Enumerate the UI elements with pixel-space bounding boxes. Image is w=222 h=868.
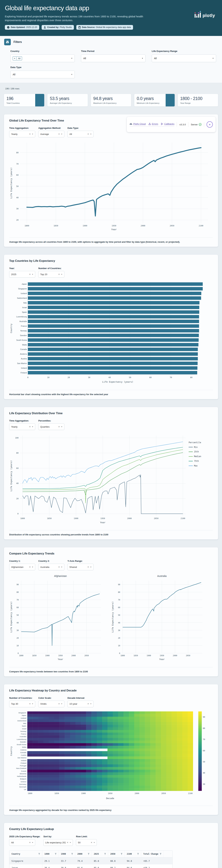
svg-text:2000: 2000 — [135, 792, 139, 795]
card-heatmap: Life Expectancy Heatmap by Country and D… — [4, 684, 218, 815]
trend-dropdown-data-type[interactable]: All✕▼ — [67, 131, 94, 137]
svg-text:2050: 2050 — [186, 654, 190, 656]
stat-card-average-life-expectancy: 53.5 yearsAverage Life Expectancy — [47, 94, 88, 106]
heatmap-dropdown-decade-interval[interactable]: 10-year✕▼ — [67, 701, 94, 707]
column-header-country[interactable]: Country — [9, 850, 42, 858]
filter-funnel-icon[interactable] — [55, 853, 57, 855]
lookup-dropdown-row-limit[interactable]: 50✕▼ — [76, 839, 97, 846]
column-header-2025[interactable]: 2025 — [92, 850, 108, 858]
cell-value: 81.6 — [75, 864, 92, 868]
debug-menu-toggle[interactable]: » — [207, 121, 213, 128]
column-header-1900[interactable]: 1900 — [59, 850, 75, 858]
clear-icon[interactable]: ✕ — [86, 703, 89, 705]
selected-chip[interactable]: ✕All — [13, 56, 22, 60]
plotly-cloud-link[interactable]: Plotly Cloud — [130, 123, 146, 125]
plotly-logo-text: plotly — [202, 13, 215, 18]
clear-icon[interactable]: ✕ — [57, 703, 60, 705]
dist-dropdown-percentiles[interactable]: Quartiles✕▼ — [38, 424, 64, 430]
svg-text:80: 80 — [203, 727, 205, 729]
filter-dropdown-data-type[interactable]: All▼ — [10, 71, 75, 78]
filter-funnel-icon[interactable] — [38, 853, 40, 855]
trend-dropdown-time-aggregation[interactable]: Yearly✕▼ — [9, 131, 35, 137]
filter-dropdown-time-period[interactable]: All▼ — [81, 55, 145, 62]
lookup-dropdown-sort-by[interactable]: Life expectancy 2025✕▼ — [43, 839, 73, 846]
clear-icon[interactable]: ✕ — [66, 841, 68, 844]
column-header-2000[interactable]: 2000 — [75, 850, 92, 858]
column-header-2100[interactable]: 2100 — [125, 850, 141, 858]
stat-card-year-range: 1800 - 2100Year Range — [178, 94, 218, 106]
top-countries-chart[interactable]: 01020304050607080JapanSingaporeIcelandSw… — [9, 279, 213, 388]
filter-label: Country — [10, 50, 75, 53]
svg-text:Spain: Spain — [22, 311, 27, 313]
distribution-chart[interactable]: 1800185019001950200020502100020406080100… — [9, 432, 213, 528]
svg-text:1850: 1850 — [133, 654, 138, 656]
heatmap-dropdown-number-of-countries[interactable]: Top 30✕▼ — [9, 701, 35, 707]
clear-icon[interactable]: ✕ — [28, 841, 31, 844]
svg-text:80: 80 — [16, 452, 19, 454]
clear-icon[interactable]: ✕ — [28, 703, 31, 705]
table-row: Singapore29.133.779.485.688.894.8+65.7 — [9, 858, 172, 864]
compare-dropdown-y-axis-range[interactable]: Shared✕▼ — [67, 564, 94, 570]
svg-text:Japan: Japan — [22, 714, 26, 716]
plotly-logo: plotly — [195, 11, 215, 18]
svg-text:Switzerland: Switzerland — [17, 720, 26, 722]
control-label: Y-Axis Range: — [67, 560, 94, 562]
column-header-total-change[interactable]: Total Change — [141, 850, 164, 858]
svg-text:Italy: Italy — [23, 302, 27, 304]
trend-chart[interactable]: 1800185019001950200020502100203040506070… — [9, 139, 213, 236]
compare-chart[interactable]: 1800185019001950200020500102030405060708… — [9, 572, 213, 665]
filter-funnel-icon[interactable] — [160, 853, 161, 855]
filter-funnel-icon[interactable] — [71, 853, 73, 855]
chip-clear-icon[interactable]: ✕ — [13, 57, 17, 60]
dist-dropdown-time-aggregation[interactable]: Yearly✕▼ — [9, 424, 35, 430]
clear-icon[interactable]: ✕ — [90, 841, 92, 844]
clear-icon[interactable]: ✕ — [86, 133, 89, 135]
svg-text:10: 10 — [17, 645, 19, 647]
svg-text:2100: 2100 — [199, 225, 203, 227]
svg-text:1900: 1900 — [81, 792, 86, 795]
lookup-dropdown-2025-life-expectancy-range[interactable]: All✕▼ — [9, 839, 35, 846]
stat-value: 53.5 years — [50, 96, 85, 101]
svg-text:Japan: Japan — [22, 283, 27, 285]
stat-label: Maximum Life Expectancy — [93, 102, 129, 104]
clear-icon[interactable]: ✕ — [57, 133, 60, 135]
filter-funnel-icon[interactable] — [88, 853, 90, 855]
compare-dropdown-country-2[interactable]: Australia✕▼ — [38, 564, 64, 570]
svg-text:1950: 1950 — [112, 225, 116, 227]
filter-funnel-icon[interactable] — [104, 853, 106, 855]
svg-text:Austria: Austria — [21, 754, 26, 756]
clear-icon[interactable]: ✕ — [57, 273, 60, 276]
clear-icon[interactable]: ✕ — [57, 566, 60, 568]
top-dropdown-year[interactable]: 2025✕▼ — [9, 271, 35, 278]
filter-dropdown-country[interactable]: ✕All▼ — [10, 55, 75, 62]
filter-dropdown-life-expectancy-range[interactable]: All▼ — [152, 55, 216, 62]
chevron-down-icon: ▼ — [61, 426, 62, 428]
trend-dropdown-aggregation-method[interactable]: Average✕▼ — [38, 131, 64, 137]
svg-text:Portugal: Portugal — [20, 765, 26, 767]
filter-funnel-icon[interactable] — [121, 853, 122, 855]
card-title-top: Top Countries by Life Expectancy — [9, 259, 213, 262]
column-header-2050[interactable]: 2050 — [108, 850, 125, 858]
clear-icon[interactable]: ✕ — [28, 426, 31, 428]
clear-icon[interactable]: ✕ — [57, 426, 60, 428]
column-header-1800[interactable]: 1800 — [42, 850, 59, 858]
svg-text:50: 50 — [129, 376, 131, 379]
heatmap-dropdown-color-scale[interactable]: Viridis✕▼ — [38, 701, 64, 707]
svg-text:80: 80 — [190, 376, 192, 379]
trend-control-aggregation-method: Aggregation Method:Average✕▼ — [38, 127, 64, 137]
clear-icon[interactable]: ✕ — [28, 566, 31, 568]
errors-button[interactable]: Errors — [149, 123, 158, 125]
top-dropdown-number-of-countries[interactable]: Top 20✕▼ — [38, 271, 64, 278]
clear-icon[interactable]: ✕ — [28, 273, 31, 276]
clear-icon[interactable]: ✕ — [28, 133, 31, 135]
filter-funnel-icon[interactable] — [137, 853, 139, 855]
dash-debug-toolbar: Plotly Cloud Errors Callbacks v3.3.0 Ser… — [127, 117, 216, 132]
control-label: Time Aggregation: — [9, 127, 35, 129]
svg-text:2050: 2050 — [85, 654, 89, 656]
clear-icon[interactable]: ✕ — [86, 566, 89, 568]
compare-dropdown-country-1[interactable]: Afghanistan✕▼ — [9, 564, 35, 570]
grid-header-row: Country180019002000202520502100Total Cha… — [9, 850, 172, 858]
callbacks-button[interactable]: Callbacks — [161, 123, 175, 125]
heatmap-chart[interactable]: SingaporeJapanIcelandSwitzerlandItalySpa… — [9, 709, 213, 804]
chevron-down-icon: ▼ — [32, 566, 33, 568]
